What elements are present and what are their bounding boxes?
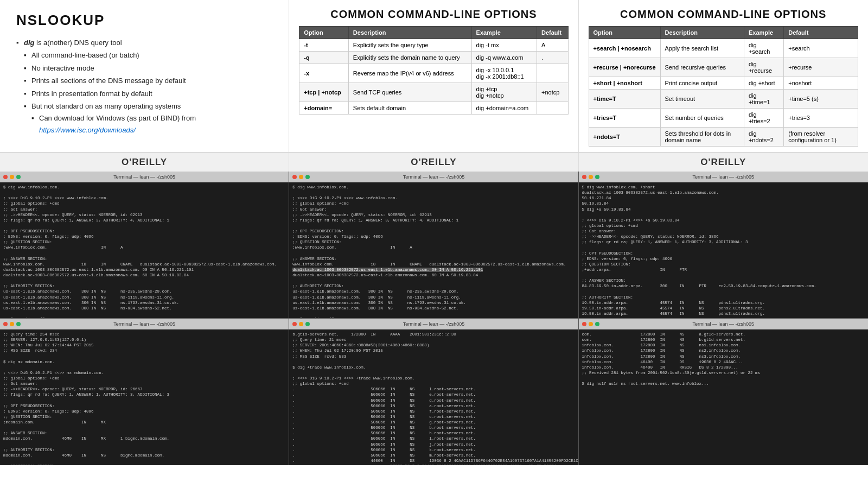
nslookup-title: NSLOOKUP [16, 12, 272, 29]
terminal-titlebar: Terminal — lean — -/zsh005 [0, 319, 289, 329]
bullet-presentation: ▪ Prints in presentation format by defau… [16, 87, 272, 100]
terminal-top-right-body: $ dig www.infoblox.com. +short dualstack… [579, 182, 868, 318]
col-example: Example [744, 27, 783, 39]
col-option: Option [589, 27, 660, 39]
terminal-bot-mid: Terminal — lean — -/zsh005 b.gtld-server… [289, 318, 578, 465]
bullet-dig: ▪ dig is a(nother) DNS query tool [16, 36, 272, 49]
terminal-titlebar: Terminal — lean — -/zsh005 [579, 172, 868, 182]
terminal-titlebar: Terminal — lean — -/zsh005 [289, 172, 578, 182]
col-option: Option [299, 27, 349, 39]
terminal-top-mid-body: $ dig www.infoblox.com. ; <<>> DiG 9.10.… [289, 182, 578, 318]
table-row: +tries=T Set number of queries dig +trie… [589, 109, 858, 128]
middle-options-table: Option Description Example Default -t Ex… [299, 26, 568, 115]
nslookup-panel: NSLOOKUP ▪ dig is a(nother) DNS query to… [0, 0, 289, 152]
terminal-top-left-body: $ dig www.infoblox.com. ; <<>> DiG 9.10.… [0, 182, 289, 318]
table-row: +domain= Sets default domain dig +domain… [299, 102, 568, 115]
bullet-not-standard: ▪ But not standard on as many operating … [16, 100, 272, 112]
bullet-cli: ▪ All command-line-based (or batch) [16, 49, 272, 61]
terminal-bot-right-body: com. 172800 IN NS a.gtld-servers.net. co… [579, 329, 868, 465]
col-default: Default [784, 27, 858, 39]
table-row: +search | +nosearch Apply the search lis… [589, 39, 858, 58]
terminal-titlebar: Terminal — lean — -/zsh005 [0, 172, 289, 182]
col-description: Description [348, 27, 471, 39]
table-row: -t Explicitly sets the query type dig -t… [299, 39, 568, 52]
bullet-interactive: ▪ No interactive mode [16, 62, 272, 74]
terminal-top-left: Terminal — lean — -/zsh005 $ dig www.inf… [0, 172, 289, 318]
bullet-download: ▪ Can download for Windows (as part of B… [16, 112, 272, 136]
table-row: +ndots=T Sets threshold for dots in doma… [589, 128, 858, 147]
oreilly-bar-mid: O'REILLY [289, 152, 578, 172]
terminal-titlebar: Terminal — lean — -/zsh005 [579, 319, 868, 329]
oreilly-bar-right: O'REILLY [579, 152, 868, 172]
table-row: +short | +noshort Print concise output d… [589, 77, 858, 90]
terminal-bot-left: Terminal — lean — -/zsh005 ;; Query time… [0, 318, 289, 465]
middle-options-panel: COMMON COMMAND-LINE OPTIONS Option Descr… [289, 0, 578, 152]
oreilly-bar-left: O'REILLY [0, 152, 289, 172]
terminal-titlebar: Terminal — lean — -/zsh005 [289, 319, 578, 329]
terminal-top-right: Terminal — lean — -/zsh005 $ dig www.inf… [579, 172, 868, 318]
bullet-prints-all: ▪ Prints all sections of the DNS message… [16, 74, 272, 87]
table-row: -q Explicitly sets the domain name to qu… [299, 52, 568, 64]
right-options-table: Option Description Example Default +sear… [589, 26, 858, 147]
col-example: Example [471, 27, 537, 39]
terminal-top-mid: Terminal — lean — -/zsh005 $ dig www.inf… [289, 172, 578, 318]
table-row: +time=T Set timeout dig +time=1 +time=5 … [589, 90, 858, 109]
terminal-bot-right: Terminal — lean — -/zsh005 com. 172800 I… [579, 318, 868, 465]
right-options-title: COMMON COMMAND-LINE OPTIONS [589, 8, 858, 21]
table-row: +tcp | +notcp Send TCP queries dig +tcpd… [299, 83, 568, 102]
table-row: -x Reverse map the IP(v4 or v6) address … [299, 64, 568, 83]
terminal-bot-mid-body: b.gtld-servers.net. 172800 IN AAAA 2001:… [289, 329, 578, 465]
right-options-panel: COMMON COMMAND-LINE OPTIONS Option Descr… [579, 0, 868, 152]
col-default: Default [537, 27, 568, 39]
terminal-bot-left-body: ;; Query time: 254 msec ;; SERVER: 127.0… [0, 329, 289, 465]
table-row: +recurse | +norecurse Send recursive que… [589, 58, 858, 77]
col-description: Description [660, 27, 744, 39]
middle-options-title: COMMON COMMAND-LINE OPTIONS [299, 8, 568, 21]
